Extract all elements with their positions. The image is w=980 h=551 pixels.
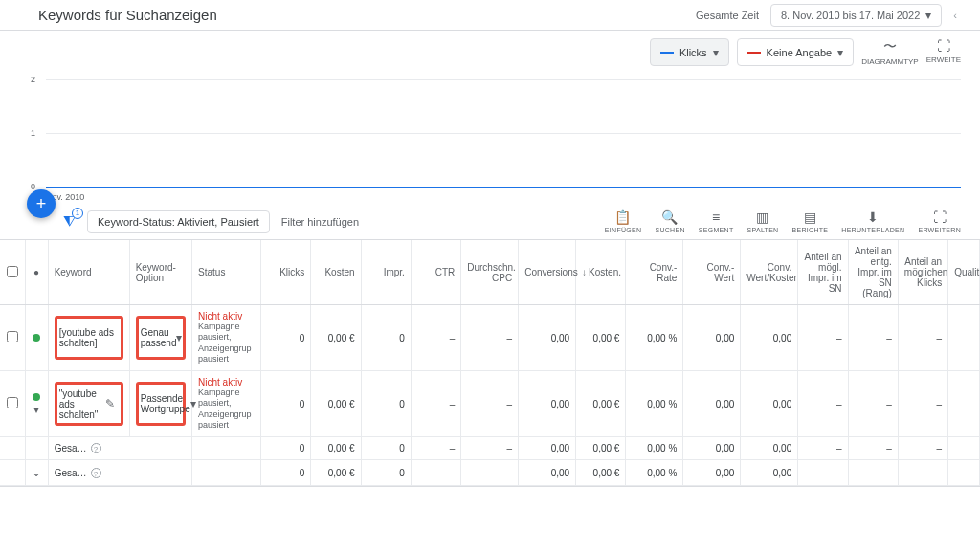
chart-area: 2 1 0 Nov. 2010	[46, 66, 961, 200]
status-cell: Nicht aktivKampagne pausiert, Anzeigengr…	[192, 305, 261, 371]
chevron-down-icon: ▾	[837, 46, 843, 59]
date-range-picker[interactable]: 8. Nov. 2010 bis 17. Mai 2022 ▾	[770, 4, 942, 27]
col-clicks[interactable]: Klicks	[260, 240, 310, 305]
clipboard-icon: 📋	[614, 209, 631, 225]
chart-series-line	[46, 187, 961, 188]
click-share-cell: –	[898, 371, 947, 437]
keyword-cell[interactable]: [youtube ads schalten]	[48, 305, 129, 371]
paste-button[interactable]: 📋EINFÜGEN	[605, 209, 642, 233]
chart-line-icon: 〜	[883, 38, 897, 55]
match-type-cell[interactable]: Passende Wortgruppe▾	[129, 371, 191, 437]
chevron-down-icon: ▾	[176, 331, 182, 344]
add-keyword-fab[interactable]: +	[27, 189, 56, 218]
impr-share-cell: –	[798, 371, 848, 437]
chevron-down-icon[interactable]: ⌄	[32, 466, 41, 479]
col-conversions[interactable]: Conversions	[519, 240, 576, 305]
value-cost-cell: 0,00	[741, 371, 798, 437]
expand-icon: ⛶	[937, 38, 950, 54]
col-status[interactable]: Status	[192, 240, 261, 305]
plus-icon: +	[36, 194, 47, 214]
add-filter-link[interactable]: Filter hinzufügen	[281, 216, 359, 228]
status-dot-cell[interactable]: ▾	[25, 371, 48, 437]
edit-icon[interactable]: ✎	[101, 397, 119, 410]
metric-2-label: Keine Angabe	[767, 47, 833, 58]
status-dot-icon	[33, 334, 40, 342]
report-icon: ▤	[804, 209, 816, 225]
filter-count-badge: 1	[72, 208, 83, 219]
conv-value-cell: 0,00	[683, 305, 741, 371]
cost-cell: 0,00 €	[311, 371, 361, 437]
col-keyword[interactable]: Keyword	[48, 240, 129, 305]
conv-value-cell: 0,00	[683, 371, 741, 437]
filter-icon[interactable]: ⧨ 1	[63, 213, 76, 231]
row-checkbox[interactable]	[7, 397, 18, 408]
cpc-cell: –	[461, 305, 519, 371]
page-header: Keywords für Suchanzeigen Gesamte Zeit 8…	[0, 0, 980, 31]
click-share-cell: –	[898, 305, 947, 371]
ctr-cell: –	[411, 305, 460, 371]
col-conv-rate[interactable]: Conv.-Rate	[626, 240, 683, 305]
select-all-cell	[0, 240, 25, 305]
col-ctr[interactable]: CTR	[411, 240, 460, 305]
chevron-down-icon: ▾	[713, 46, 719, 59]
download-button[interactable]: ⬇HERUNTERLADEN	[841, 209, 904, 233]
match-type-cell[interactable]: Genau passend▾	[129, 305, 191, 371]
col-lost-impr-rank[interactable]: Anteil an entg. Impr. im SN (Rang)	[848, 240, 898, 305]
value-cost-cell: 0,00	[741, 305, 798, 371]
help-icon[interactable]: ?	[91, 443, 101, 453]
ctr-cell: –	[411, 371, 460, 437]
col-quality[interactable]: Qualit	[948, 240, 980, 305]
download-icon: ⬇	[867, 209, 879, 225]
help-icon[interactable]: ?	[91, 468, 101, 478]
col-match-type[interactable]: Keyword-Option	[129, 240, 191, 305]
columns-icon: ▥	[756, 209, 768, 225]
conv-cell: 0,00	[519, 371, 576, 437]
col-click-share[interactable]: Anteil an möglichen Klicks	[898, 240, 947, 305]
cost-conv-cell: 0,00 €	[576, 305, 626, 371]
row-checkbox[interactable]	[7, 331, 18, 342]
col-impr[interactable]: Impr.	[361, 240, 411, 305]
expand-chart-button[interactable]: ⛶ ERWEITE	[926, 38, 961, 66]
status-dot-cell[interactable]	[25, 305, 48, 371]
col-cost-conv[interactable]: ↓Kosten.	[576, 240, 626, 305]
col-value-cost[interactable]: Conv. Wert/Koster	[741, 240, 798, 305]
table-toolbar: ⧨ 1 Keyword-Status: Aktiviert, Pausiert …	[0, 204, 980, 240]
expand-icon: ⛶	[933, 209, 947, 225]
reports-button[interactable]: ▤BERICHTE	[791, 209, 828, 233]
total-label-cell: Gesa…?	[48, 437, 191, 460]
chevron-down-icon: ▾	[33, 403, 39, 416]
impr-cell: 0	[361, 305, 411, 371]
expand-button[interactable]: ⛶ERWEITERN	[918, 209, 961, 233]
total-label-cell: Gesa…?	[48, 460, 191, 486]
metric-2-selector[interactable]: Keine Angabe ▾	[737, 38, 855, 66]
chart-type-button[interactable]: 〜 DIAGRAMMTYP	[861, 38, 919, 66]
select-all-checkbox[interactable]	[7, 266, 18, 277]
keyword-cell[interactable]: "youtube ads schalten"✎	[48, 371, 129, 437]
col-impr-share[interactable]: Anteil an mögl. Impr. im SN	[798, 240, 848, 305]
conv-rate-cell: 0,00 %	[626, 305, 683, 371]
legend-swatch-blue	[660, 52, 674, 54]
col-conv-value[interactable]: Conv.-Wert	[683, 240, 741, 305]
lost-impr-cell: –	[848, 305, 898, 371]
segment-button[interactable]: ≡SEGMENT	[699, 209, 734, 233]
date-controls: Gesamte Zeit 8. Nov. 2010 bis 17. Mai 20…	[696, 4, 957, 27]
impr-share-cell: –	[798, 305, 848, 371]
quality-cell	[948, 371, 980, 437]
date-range-text: 8. Nov. 2010 bis 17. Mai 2022	[781, 10, 920, 21]
timeframe-label: Gesamte Zeit	[696, 10, 759, 21]
col-cost[interactable]: Kosten	[311, 240, 361, 305]
clicks-cell: 0	[260, 371, 310, 437]
col-avg-cpc[interactable]: Durchschn. CPC	[461, 240, 519, 305]
status-cell: Nicht aktivKampagne pausiert, Anzeigengr…	[192, 371, 261, 437]
metric-1-selector[interactable]: Klicks ▾	[650, 38, 729, 66]
y-tick: 1	[31, 128, 35, 138]
filter-chip-status[interactable]: Keyword-Status: Aktiviert, Pausiert	[87, 210, 270, 233]
search-icon: 🔍	[661, 209, 678, 225]
table-total-row: ⌄ Gesa…? 0 0,00 € 0 – – 0,00 0,00 € 0,00…	[0, 460, 980, 486]
search-button[interactable]: 🔍SUCHEN	[655, 209, 684, 233]
compare-prev-icon[interactable]: ‹	[953, 10, 957, 21]
table-total-row: Gesa…? 0 0,00 € 0 – – 0,00 0,00 € 0,00 %…	[0, 437, 980, 460]
legend-swatch-red	[747, 52, 761, 54]
y-tick: 2	[31, 75, 35, 84]
columns-button[interactable]: ▥SPALTEN	[747, 209, 779, 233]
